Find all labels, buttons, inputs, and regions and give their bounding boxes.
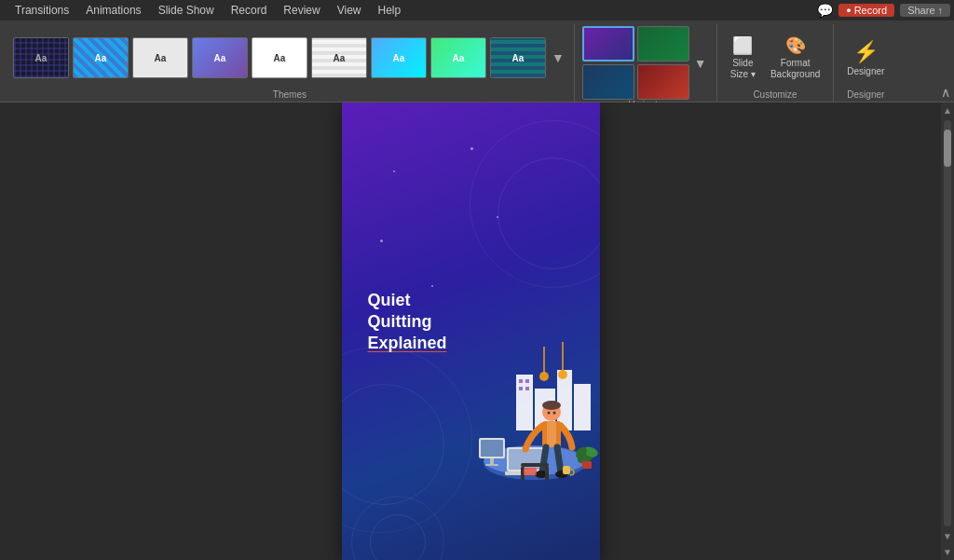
variant-thumb-3[interactable]	[582, 64, 634, 100]
slide[interactable]: Quiet Quitting Explained	[342, 102, 600, 560]
svg-rect-36	[524, 468, 537, 475]
slide-illustration	[442, 319, 600, 505]
designer-button[interactable]: ⚡ Designer	[841, 36, 890, 80]
ribbon-collapse-button[interactable]: ∧	[937, 83, 954, 102]
designer-icon: ⚡	[853, 40, 879, 64]
svg-point-18	[542, 401, 561, 410]
themes-label: Themes	[273, 89, 307, 102]
svg-rect-25	[521, 463, 549, 467]
svg-rect-7	[525, 387, 529, 390]
theme-label-7: Aa	[453, 53, 465, 63]
chat-icon[interactable]: 💬	[817, 3, 833, 18]
bottom-circle-2	[370, 514, 426, 560]
theme-thumb-4[interactable]: Aa	[252, 37, 307, 78]
svg-rect-27	[545, 467, 549, 480]
bg-star-4	[470, 147, 473, 150]
right-scrollbar: ▲ ▼ ▼	[941, 102, 954, 560]
slide-size-button[interactable]: ⬜ SlideSize ▾	[725, 32, 761, 84]
share-button[interactable]: Share ↑	[900, 4, 950, 17]
menu-animations[interactable]: Animations	[78, 2, 148, 19]
variant-thumb-1[interactable]	[582, 26, 634, 61]
svg-rect-2	[557, 370, 572, 430]
svg-rect-3	[574, 384, 591, 430]
scrollbar-track[interactable]	[944, 120, 951, 526]
svg-rect-0	[516, 375, 533, 430]
theme-label-4: Aa	[274, 53, 286, 63]
theme-label-5: Aa	[334, 53, 346, 63]
format-bg-label: FormatBackground	[770, 58, 820, 80]
menu-help[interactable]: Help	[371, 2, 409, 19]
bg-star-5	[380, 239, 383, 242]
record-dot-icon: ●	[846, 6, 851, 15]
theme-thumb-5[interactable]: Aa	[311, 37, 367, 78]
svg-rect-4	[519, 379, 523, 383]
format-background-button[interactable]: 🎨 FormatBackground	[765, 32, 825, 84]
variant-thumb-4[interactable]	[637, 64, 689, 100]
theme-label-8: Aa	[512, 53, 525, 63]
designer-section-label: Designer	[847, 89, 884, 102]
theme-thumb-6[interactable]: Aa	[371, 37, 427, 78]
designer-section: ⚡ Designer Designer	[834, 24, 897, 102]
designer-label: Designer	[847, 66, 884, 76]
customize-label: Customize	[753, 89, 797, 102]
scroll-bottom-arrow[interactable]: ▼	[940, 544, 954, 560]
theme-thumb-8[interactable]: Aa	[490, 37, 546, 78]
slide-title: Quiet Quitting Explained	[368, 290, 447, 355]
bg-star-1	[393, 171, 395, 172]
variant-thumb-2[interactable]	[637, 26, 689, 61]
svg-rect-30	[490, 458, 494, 464]
svg-rect-5	[525, 379, 529, 383]
svg-rect-29	[481, 440, 503, 457]
svg-point-11	[558, 370, 567, 379]
svg-point-24	[552, 412, 555, 415]
share-icon: ↑	[938, 5, 944, 16]
theme-label-default: Aa	[35, 53, 48, 63]
svg-point-23	[547, 412, 550, 415]
svg-rect-20	[547, 421, 556, 447]
theme-label-2: Aa	[155, 53, 167, 63]
scroll-up-arrow[interactable]: ▲	[940, 102, 954, 118]
menu-transitions[interactable]: Transitions	[7, 2, 76, 19]
theme-label-3: Aa	[214, 53, 226, 63]
slide-title-line1: Quiet	[368, 290, 447, 311]
theme-thumb-2[interactable]: Aa	[132, 37, 188, 78]
slide-text-block: Quiet Quitting Explained	[368, 290, 447, 355]
svg-rect-31	[485, 464, 498, 466]
menu-view[interactable]: View	[330, 2, 369, 19]
scroll-down-arrow[interactable]: ▼	[940, 528, 954, 544]
variants-section: ▼ Variants	[575, 24, 717, 102]
slide-title-line3: Explained	[368, 333, 447, 354]
theme-thumb-3[interactable]: Aa	[192, 37, 248, 78]
slide-size-icon: ⬜	[732, 35, 753, 56]
svg-rect-6	[519, 387, 523, 390]
scrollbar-thumb	[944, 130, 951, 167]
menu-review[interactable]: Review	[276, 2, 327, 19]
themes-section: Aa Aa Aa Aa Aa Aa	[6, 24, 575, 102]
theme-thumb-default[interactable]: Aa	[13, 37, 69, 78]
theme-label-1: Aa	[95, 53, 107, 63]
svg-point-9	[539, 372, 549, 381]
slide-size-label: SlideSize ▾	[730, 58, 756, 80]
menu-record[interactable]: Record	[224, 2, 275, 19]
variants-scroll-arrow[interactable]: ▼	[692, 56, 709, 71]
svg-rect-35	[582, 461, 592, 469]
theme-thumb-7[interactable]: Aa	[430, 37, 486, 78]
theme-label-6: Aa	[393, 53, 405, 63]
themes-scroll-arrow[interactable]: ▼	[550, 50, 566, 65]
format-bg-icon: 🎨	[785, 35, 806, 56]
canvas-area: Quiet Quitting Explained	[0, 102, 941, 560]
record-button[interactable]: ● Record	[838, 4, 894, 17]
bg-star-3	[431, 285, 433, 287]
theme-thumb-1[interactable]: Aa	[73, 37, 129, 78]
menu-slideshow[interactable]: Slide Show	[151, 2, 222, 19]
slide-title-line2: Quitting	[368, 311, 447, 333]
svg-rect-37	[563, 466, 570, 474]
customize-section: ⬜ SlideSize ▾ 🎨 FormatBackground Customi…	[717, 24, 835, 102]
